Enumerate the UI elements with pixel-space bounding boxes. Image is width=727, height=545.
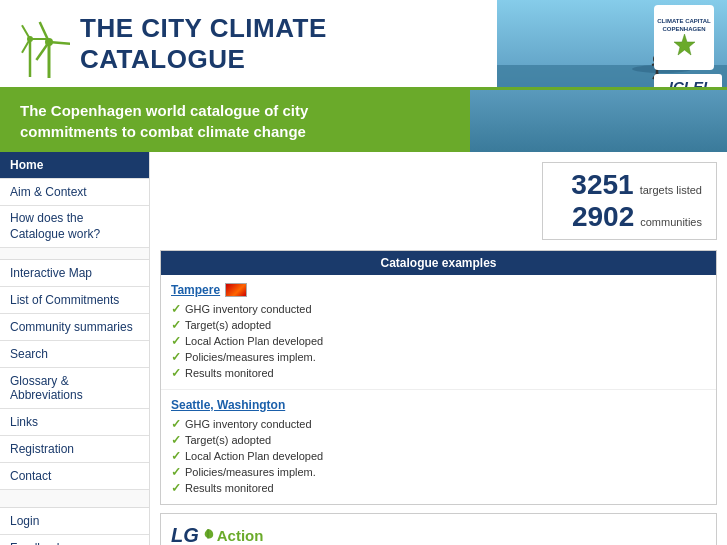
city-seattle-link[interactable]: Seattle, Washington — [171, 398, 706, 412]
seattle-item-2: ✓ Local Action Plan developed — [171, 448, 706, 464]
check-icon-s1: ✓ — [171, 433, 181, 447]
badges-area: CLIMATE CAPITAL COPENHAGEN ICLEI Local G… — [654, 5, 722, 87]
communities-label: communities — [640, 216, 702, 228]
sidebar: Home Aim & Context How does the Catalogu… — [0, 152, 150, 545]
seattle-item-0: ✓ GHG inventory conducted — [171, 416, 706, 432]
tampere-item-0: ✓ GHG inventory conducted — [171, 301, 706, 317]
lg-action-box: LG Action European Local Governments are… — [160, 513, 717, 545]
sidebar-item-contact[interactable]: Contact — [0, 463, 149, 490]
header: THE CITY CLIMATE CATALOGUE — [0, 0, 727, 90]
city-tampere-link[interactable]: Tampere — [171, 283, 706, 297]
sidebar-item-registration[interactable]: Registration — [0, 436, 149, 463]
sidebar-item-search[interactable]: Search — [0, 341, 149, 368]
svg-line-9 — [36, 42, 49, 60]
catalogue-examples-box: Catalogue examples Tampere ✓ GHG invento… — [160, 250, 717, 505]
tampere-flag-icon — [225, 283, 247, 297]
communities-stat: 2902 communities — [557, 201, 702, 233]
header-title: THE CITY CLIMATE CATALOGUE — [80, 13, 482, 75]
svg-marker-20 — [674, 34, 695, 55]
action-text: Action — [217, 527, 264, 544]
climate-capital-badge: CLIMATE CAPITAL COPENHAGEN — [654, 5, 714, 70]
sidebar-item-home[interactable]: Home — [0, 152, 149, 179]
sidebar-item-glossary[interactable]: Glossary & Abbreviations — [0, 368, 149, 409]
sidebar-item-community[interactable]: Community summaries — [0, 314, 149, 341]
tampere-item-1: ✓ Target(s) adopted — [171, 317, 706, 333]
check-icon-3: ✓ — [171, 350, 181, 364]
check-icon-s3: ✓ — [171, 465, 181, 479]
sidebar-item-how[interactable]: How does the Catalogue work? — [0, 206, 149, 248]
check-icon-s2: ✓ — [171, 449, 181, 463]
tampere-item-2: ✓ Local Action Plan developed — [171, 333, 706, 349]
sidebar-item-commitments[interactable]: List of Commitments — [0, 287, 149, 314]
check-icon-2: ✓ — [171, 334, 181, 348]
content-area: 3251 targets listed 2902 communities Cat… — [150, 152, 727, 545]
lg-leaf-icon — [201, 527, 215, 544]
sidebar-item-map[interactable]: Interactive Map — [0, 260, 149, 287]
city-seattle-section: Seattle, Washington ✓ GHG inventory cond… — [161, 390, 716, 504]
header-left: THE CITY CLIMATE CATALOGUE — [0, 0, 497, 87]
check-icon-s4: ✓ — [171, 481, 181, 495]
communities-number: 2902 — [572, 201, 634, 233]
city-tampere-section: Tampere ✓ GHG inventory conducted ✓ Targ… — [161, 275, 716, 390]
check-icon-s0: ✓ — [171, 417, 181, 431]
seattle-item-4: ✓ Results monitored — [171, 480, 706, 496]
lg-action-header: LG Action — [171, 524, 706, 545]
targets-stat: 3251 targets listed — [557, 169, 702, 201]
targets-number: 3251 — [571, 169, 633, 201]
header-photo: CLIMATE CAPITAL COPENHAGEN ICLEI Local G… — [497, 0, 727, 87]
subtitle-area: The Copenhagen world catalogue of city c… — [0, 90, 727, 152]
check-icon-0: ✓ — [171, 302, 181, 316]
sidebar-item-links[interactable]: Links — [0, 409, 149, 436]
check-icon-4: ✓ — [171, 366, 181, 380]
sidebar-item-aim[interactable]: Aim & Context — [0, 179, 149, 206]
sidebar-item-login[interactable]: Login — [0, 508, 149, 535]
targets-label: targets listed — [640, 184, 702, 196]
tampere-item-4: ✓ Results monitored — [171, 365, 706, 381]
main-layout: Home Aim & Context How does the Catalogu… — [0, 152, 727, 545]
subtitle-bar: The Copenhagen world catalogue of city c… — [0, 90, 470, 152]
iclei-badge: ICLEI Local Governments for Sustainabili… — [654, 74, 722, 87]
catalogue-title: Catalogue examples — [161, 251, 716, 275]
lg-text: LG — [171, 524, 199, 545]
check-icon-1: ✓ — [171, 318, 181, 332]
seattle-item-1: ✓ Target(s) adopted — [171, 432, 706, 448]
sidebar-item-feedback[interactable]: Feedback — [0, 535, 149, 545]
svg-line-2 — [22, 25, 30, 39]
seattle-item-3: ✓ Policies/measures implem. — [171, 464, 706, 480]
tampere-item-3: ✓ Policies/measures implem. — [171, 349, 706, 365]
subtitle-photo-ext — [470, 90, 727, 152]
stats-box: 3251 targets listed 2902 communities — [542, 162, 717, 240]
windmill-icon — [15, 9, 70, 79]
